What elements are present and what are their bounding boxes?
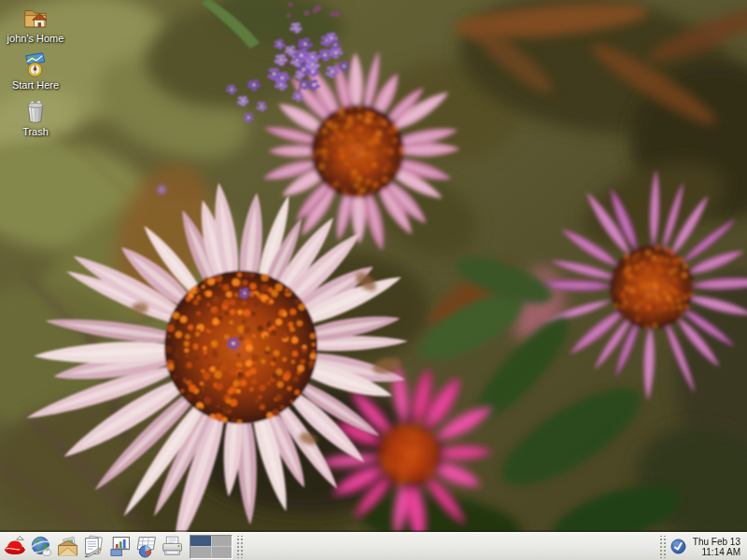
spreadsheet-icon [134, 535, 158, 558]
presentation-launcher[interactable] [107, 534, 133, 559]
presentation-icon [108, 535, 132, 558]
email-launcher[interactable] [55, 534, 80, 559]
home-folder-icon [21, 4, 49, 32]
clock-date: Thu Feb 13 [693, 537, 740, 547]
workspace-3[interactable] [190, 547, 211, 558]
panel-drag-handle[interactable] [236, 536, 243, 558]
desktop-icon-trash[interactable]: Trash [2, 97, 69, 137]
taskbar-panel: Thu Feb 13 11:14 AM [0, 532, 747, 560]
desktop-icon-column: john's Home Start Here [2, 4, 69, 137]
trash-icon [21, 97, 49, 125]
word-processor-icon [82, 535, 106, 558]
desktop-icon-label: Start Here [12, 79, 59, 91]
desktop-icon-johns-home[interactable]: john's Home [2, 4, 69, 44]
workspace-1[interactable] [190, 536, 211, 547]
printer-icon [161, 535, 184, 558]
clock-time: 11:14 AM [693, 547, 740, 557]
workspace-switcher[interactable] [190, 535, 233, 559]
main-menu-button[interactable] [3, 534, 28, 559]
desktop-icon-start-here[interactable]: Start Here [2, 50, 69, 91]
panel-drag-handle-right[interactable] [659, 536, 666, 558]
update-notification-button[interactable] [669, 537, 688, 557]
printer-launcher[interactable] [160, 534, 185, 559]
desktop-icon-label: Trash [22, 126, 49, 137]
panel-clock[interactable]: Thu Feb 13 11:14 AM [689, 537, 744, 557]
start-here-icon [21, 50, 49, 78]
red-hat-icon [4, 535, 27, 558]
panel-spacer [247, 533, 655, 560]
workspace-4[interactable] [212, 547, 233, 558]
email-icon [56, 535, 79, 558]
desktop: john's Home Start Here [0, 0, 747, 560]
workspace-2[interactable] [212, 536, 233, 547]
spreadsheet-launcher[interactable] [134, 534, 159, 559]
wallpaper-coneflower-photo [0, 0, 747, 560]
desktop-icon-label: john's Home [7, 33, 64, 44]
web-browser-launcher[interactable] [29, 534, 54, 559]
web-browser-icon [30, 535, 53, 558]
word-processor-launcher[interactable] [81, 534, 106, 559]
update-check-icon [670, 539, 686, 554]
